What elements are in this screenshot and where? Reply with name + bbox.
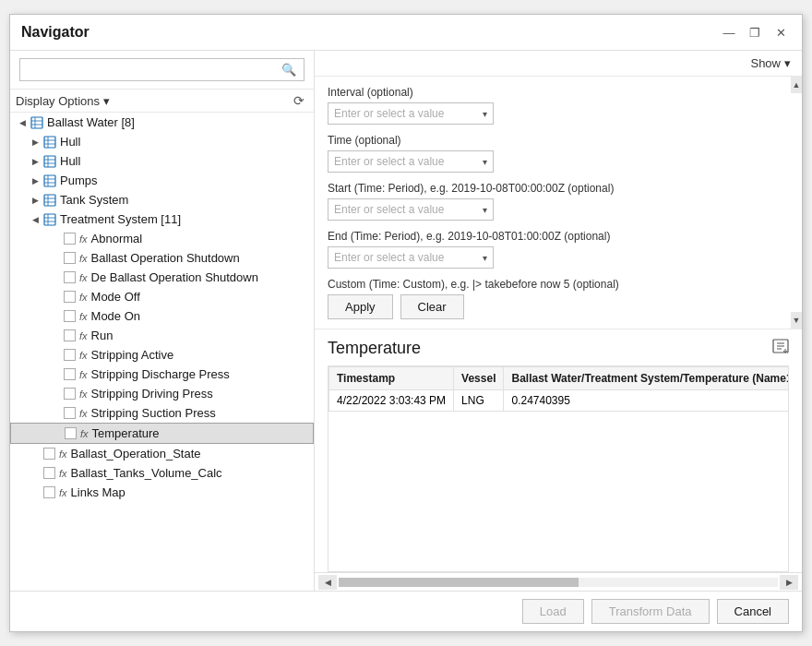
tree-item-stripping_active[interactable]: fxStripping Active	[10, 345, 314, 365]
expand-icon-treatment_system[interactable]: ◀	[29, 213, 42, 226]
show-label: Show	[750, 56, 781, 70]
checkbox-ballast_operation_state[interactable]	[43, 448, 55, 460]
display-options-label: Display Options	[16, 94, 100, 108]
filter-label-interval: Interval (optional)	[328, 86, 789, 99]
table-icon-hull_2	[43, 155, 56, 168]
tree-label-temperature: Temperature	[92, 426, 160, 440]
checkbox-temperature[interactable]	[65, 427, 77, 439]
checkbox-mode_off[interactable]	[64, 291, 76, 303]
filter-label-end: End (Time: Period), e.g. 2019-10-08T01:0…	[328, 230, 789, 243]
fx-icon-mode_off: fx	[79, 292, 88, 303]
hscroll-left-arrow[interactable]: ◀	[318, 575, 337, 590]
apply-button[interactable]: Apply	[328, 294, 393, 319]
filter-placeholder-interval: Enter or select a value	[334, 107, 444, 120]
checkbox-stripping_discharge_press[interactable]	[64, 368, 76, 380]
hscroll-right-arrow[interactable]: ▶	[780, 575, 798, 590]
export-icon[interactable]	[772, 339, 789, 358]
spacer-de_ballast_op_shutdown	[49, 271, 62, 284]
checkbox-stripping_suction_press[interactable]	[64, 407, 76, 419]
filter-select-interval[interactable]: Enter or select a value▾	[328, 102, 494, 125]
tree-item-ballast_operation_state[interactable]: fxBallast_Operation_State	[10, 444, 314, 463]
col-header: Ballast Water/Treatment System/Temperatu…	[504, 367, 789, 390]
filter-select-start[interactable]: Enter or select a value▾	[328, 198, 494, 221]
filter-select-end[interactable]: Enter or select a value▾	[328, 246, 494, 269]
tree-item-run[interactable]: fxRun	[10, 326, 314, 345]
search-icon-button[interactable]: 🔍	[274, 59, 304, 80]
checkbox-links_map[interactable]	[43, 486, 55, 498]
checkbox-stripping_driving_press[interactable]	[64, 388, 76, 400]
table-icon-treatment_system	[43, 213, 56, 226]
svg-rect-20	[44, 214, 55, 225]
fx-icon-stripping_discharge_press: fx	[79, 369, 88, 380]
svg-rect-4	[44, 137, 55, 148]
tree-item-stripping_driving_press[interactable]: fxStripping Driving Press	[10, 384, 314, 403]
tree-item-treatment_system[interactable]: ◀ Treatment System [11]	[10, 209, 314, 229]
checkbox-mode_on[interactable]	[64, 310, 76, 322]
expand-icon-hull_2[interactable]: ▶	[29, 155, 42, 168]
left-panel: 🔍 Display Options ▾ ⟳ ◀ Ballast Water [8…	[10, 51, 315, 591]
restore-button[interactable]: ❐	[745, 22, 765, 42]
filter-arrow-interval: ▾	[483, 109, 487, 119]
checkbox-de_ballast_op_shutdown[interactable]	[64, 271, 76, 283]
filter-scroll-down[interactable]: ▼	[791, 312, 802, 329]
tree-item-ballast_water[interactable]: ◀ Ballast Water [8]	[10, 113, 314, 132]
tree-area[interactable]: ◀ Ballast Water [8]▶ Hull▶ Hull▶ Pumps▶	[10, 113, 314, 591]
checkbox-abnormal[interactable]	[64, 233, 76, 245]
filter-select-time[interactable]: Enter or select a value▾	[328, 150, 494, 173]
expand-icon-pumps[interactable]: ▶	[29, 174, 42, 187]
fx-icon-abnormal: fx	[79, 233, 88, 245]
checkbox-run[interactable]	[64, 329, 76, 341]
table-row: 4/22/2022 3:03:43 PMLNG0.24740395	[329, 390, 790, 412]
tree-item-hull_2[interactable]: ▶ Hull	[10, 151, 314, 171]
hscroll-row: ◀ ▶	[315, 572, 802, 591]
tree-item-ballast_tanks_volume_calc[interactable]: fxBallast_Tanks_Volume_Calc	[10, 463, 314, 483]
tree-item-temperature[interactable]: fxTemperature	[10, 423, 314, 444]
refresh-icon-button[interactable]: ⟳	[293, 93, 304, 108]
spacer-mode_on	[49, 310, 62, 323]
transform-data-button[interactable]: Transform Data	[591, 599, 710, 624]
tree-item-ballast_op_shutdown[interactable]: fxBallast Operation Shutdown	[10, 248, 314, 268]
show-button[interactable]: Show ▾	[750, 56, 791, 70]
filter-scroll-up[interactable]: ▲	[791, 77, 802, 93]
bottom-bar: Load Transform Data Cancel	[10, 591, 802, 631]
tree-item-pumps[interactable]: ▶ Pumps	[10, 171, 314, 190]
display-options-button[interactable]: Display Options ▾	[16, 94, 110, 108]
tree-label-stripping_active: Stripping Active	[91, 348, 174, 362]
spacer-stripping_suction_press	[49, 407, 62, 420]
search-input[interactable]	[20, 59, 274, 80]
tree-item-tank_system[interactable]: ▶ Tank System	[10, 190, 314, 209]
data-title: Temperature	[328, 339, 421, 358]
close-button[interactable]: ✕	[770, 22, 791, 42]
tree-label-mode_on: Mode On	[91, 309, 140, 323]
fx-icon-run: fx	[79, 330, 88, 341]
cancel-button[interactable]: Cancel	[717, 599, 789, 624]
minimize-button[interactable]: —	[719, 22, 739, 42]
tree-item-mode_off[interactable]: fxMode Off	[10, 287, 314, 306]
load-button[interactable]: Load	[522, 599, 584, 624]
filter-placeholder-start: Enter or select a value	[334, 203, 444, 216]
tree-item-links_map[interactable]: fxLinks Map	[10, 483, 314, 502]
tree-item-abnormal[interactable]: fxAbnormal	[10, 229, 314, 248]
expand-icon-hull_1[interactable]: ▶	[29, 136, 42, 149]
tree-item-de_ballast_op_shutdown[interactable]: fxDe Ballast Operation Shutdown	[10, 268, 314, 287]
tree-item-stripping_suction_press[interactable]: fxStripping Suction Press	[10, 403, 314, 423]
svg-rect-0	[31, 117, 42, 128]
clear-button[interactable]: Clear	[400, 294, 464, 319]
filter-arrow-end: ▾	[483, 253, 487, 263]
expand-icon-tank_system[interactable]: ▶	[29, 194, 42, 207]
expand-icon-ballast_water[interactable]: ◀	[16, 116, 29, 129]
tree-item-stripping_discharge_press[interactable]: fxStripping Discharge Press	[10, 365, 314, 384]
checkbox-ballast_op_shutdown[interactable]	[64, 252, 76, 264]
tree-item-hull_1[interactable]: ▶ Hull	[10, 132, 314, 151]
tree-label-ballast_operation_state: Ballast_Operation_State	[71, 447, 201, 461]
checkbox-stripping_active[interactable]	[64, 349, 76, 361]
col-header: Timestamp	[329, 367, 454, 390]
checkbox-ballast_tanks_volume_calc[interactable]	[43, 467, 55, 479]
fx-icon-ballast_op_shutdown: fx	[79, 253, 88, 264]
title-bar: Navigator — ❐ ✕	[10, 15, 802, 51]
filter-area: ▲ Interval (optional)Enter or select a v…	[315, 77, 802, 329]
fx-icon-de_ballast_op_shutdown: fx	[79, 272, 88, 283]
tree-item-mode_on[interactable]: fxMode On	[10, 306, 314, 326]
spacer-stripping_driving_press	[49, 388, 62, 401]
hscroll-track[interactable]	[339, 578, 778, 587]
